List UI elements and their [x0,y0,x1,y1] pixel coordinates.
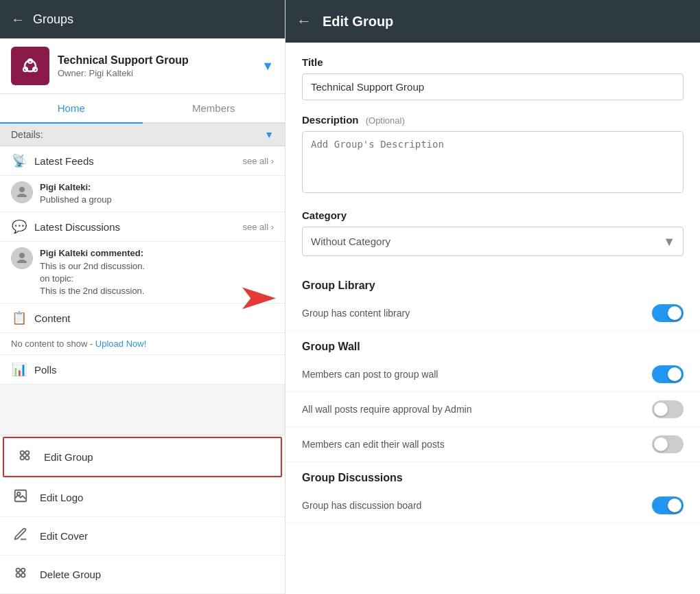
edit-group-menu-item[interactable]: Edit Group [3,437,282,477]
bottom-menu: Edit Group Edit Logo Edit Cover [0,435,285,594]
svg-point-10 [16,569,20,573]
group-library-heading: Group Library [285,270,700,296]
edit-cover-label: Edit Cover [40,530,88,542]
wall-post-toggle-row: Members can post to group wall [285,357,700,392]
group-details: Technical Support Group Owner: Pigi Kalt… [58,54,261,78]
svg-point-4 [21,451,24,455]
group-name: Technical Support Group [58,54,261,67]
polls-section: 📊 Polls [0,355,285,385]
tab-members[interactable]: Members [143,94,285,124]
wall-approval-toggle-row: All wall posts require approval by Admin [285,392,700,427]
group-library-toggle-row: Group has content library [285,296,700,331]
edit-group-icon [15,448,34,466]
left-back-icon[interactable]: ← [11,12,25,27]
category-select-wrapper: Without Category Technology Support Gene… [302,227,684,256]
svg-point-6 [21,456,24,460]
group-dropdown-chevron[interactable]: ▼ [261,59,274,73]
discussion-topic-label: on topic: [40,273,145,285]
left-header-title: Groups [33,12,73,27]
svg-point-11 [21,569,25,573]
polls-icon: 📊 [11,362,27,377]
content-section: 📋 Content [0,304,285,333]
wall-approval-toggle[interactable] [652,400,684,418]
group-library-label: Group has content library [302,308,410,319]
feed-action: Published a group [40,194,112,206]
svg-point-12 [16,573,20,578]
svg-point-5 [25,451,29,455]
wall-post-toggle[interactable] [652,365,684,383]
wall-edit-label: Members can edit their wall posts [302,439,445,450]
discussions-board-toggle-row: Group has discussion board [285,488,700,523]
feed-item: Pigi Kalteki: Published a group [0,176,285,212]
title-section: Title [285,43,700,114]
discussion-text: Pigi Kalteki commented: This is our 2nd … [40,247,145,297]
wall-edit-toggle-row: Members can edit their wall posts [285,427,700,462]
description-section: Description (Optional) [285,114,700,209]
details-chevron-icon[interactable]: ▼ [264,129,274,140]
title-input[interactable] [302,73,684,100]
discussions-board-toggle[interactable] [652,496,684,514]
edit-group-label: Edit Group [44,451,93,463]
discussions-board-label: Group has discussion board [302,500,421,511]
tabs: Home Members [0,94,285,124]
details-header: Details: ▼ [0,124,285,146]
discussions-see-all[interactable]: see all › [242,222,274,232]
svg-point-7 [25,456,29,460]
latest-feeds-section: 📡 Latest Feeds see all › [0,146,285,176]
left-header: ← Groups [0,0,285,38]
group-library-toggle[interactable] [652,304,684,322]
feed-avatar [11,181,33,203]
group-discussions-heading: Group Discussions [285,462,700,488]
wall-post-toggle-knob [668,367,681,381]
tab-home[interactable]: Home [0,94,143,124]
delete-group-icon [11,565,30,584]
discussions-icon: 💬 [11,219,27,234]
description-label: Description (Optional) [302,114,684,126]
feeds-title: Latest Feeds [34,155,94,167]
feed-text: Pigi Kalteki: Published a group [40,181,112,206]
feeds-icon: 📡 [11,153,27,168]
group-owner: Owner: Pigi Kalteki [58,68,261,78]
right-header: ← Edit Group [285,0,700,43]
edit-cover-icon [11,527,30,545]
discussion-item: Pigi Kalteki commented: This is our 2nd … [0,242,285,304]
wall-edit-toggle-knob [654,437,668,451]
details-label: Details: [11,129,43,140]
group-logo [11,47,49,85]
right-header-title: Edit Group [323,14,393,30]
discussion-avatar [11,247,33,269]
content-title: Content [34,312,71,324]
no-content-text: No content to show - Upload Now! [0,333,285,355]
discussions-title: Latest Discussions [34,221,120,233]
group-wall-heading: Group Wall [285,331,700,357]
delete-group-menu-item[interactable]: Delete Group [0,556,285,594]
wall-edit-toggle[interactable] [652,435,684,453]
svg-point-13 [21,573,25,578]
wall-approval-label: All wall posts require approval by Admin [302,404,471,415]
right-panel: ← Edit Group Title Description (Optional… [285,0,700,594]
latest-discussions-section: 💬 Latest Discussions see all › [0,212,285,242]
edit-logo-menu-item[interactable]: Edit Logo [0,479,285,517]
edit-logo-icon [11,488,30,507]
wall-approval-toggle-knob [654,402,668,416]
discussion-topic: This is the 2nd discussion. [40,285,145,297]
left-panel: ← Groups Technical Support Group Owner: … [0,0,285,594]
content-icon: 📋 [11,310,27,325]
category-section: Category Without Category Technology Sup… [285,209,700,270]
edit-cover-menu-item[interactable]: Edit Cover [0,517,285,556]
optional-label: (Optional) [366,115,405,126]
wall-post-label: Members can post to group wall [302,369,438,380]
category-select[interactable]: Without Category Technology Support Gene… [302,227,684,256]
right-scroll-content: Title Description (Optional) Category Wi… [285,43,700,594]
svg-point-0 [25,60,36,71]
delete-group-label: Delete Group [40,569,101,580]
right-back-icon[interactable]: ← [296,12,312,30]
feeds-see-all[interactable]: see all › [242,156,274,166]
edit-logo-label: Edit Logo [40,492,83,503]
feed-user: Pigi Kalteki: [40,182,91,192]
group-library-toggle-knob [668,306,681,320]
upload-now-link[interactable]: Upload Now! [95,339,146,349]
polls-title: Polls [34,364,57,376]
discussions-board-toggle-knob [668,499,681,512]
description-textarea[interactable] [302,131,684,193]
